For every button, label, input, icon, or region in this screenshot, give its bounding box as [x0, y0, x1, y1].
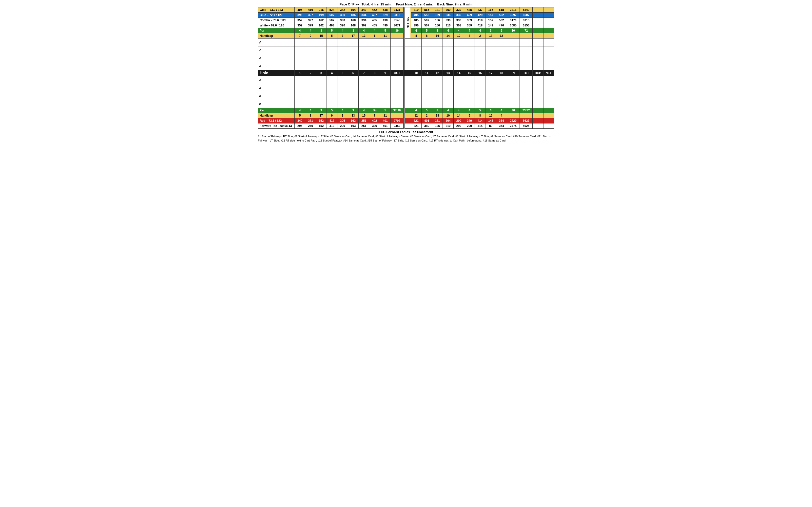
- handicap-ladies-row: Handicap 5 3 17 9 1 13 15 7 11 12 2 18 1…: [258, 113, 554, 118]
- player-row-4: #: [258, 62, 554, 70]
- gold-out: 3431: [390, 7, 403, 13]
- player-row-2: #: [258, 46, 554, 54]
- gold-h17: 165: [486, 7, 496, 13]
- player-row-8: #: [258, 100, 554, 108]
- player-2-name[interactable]: #: [258, 46, 295, 54]
- pace-of-play: Pace Of Play Total: 4 hrs. 15 min. Front…: [258, 2, 554, 6]
- player-5-name[interactable]: #: [258, 76, 295, 84]
- player-row-7: #: [258, 92, 554, 100]
- gold-h2: 416: [305, 7, 316, 13]
- gold-h5: 342: [337, 7, 348, 13]
- gold-hcp: [533, 7, 543, 13]
- gold-h3: 216: [316, 7, 326, 13]
- gold-h12: 181: [432, 7, 443, 13]
- tee-row-gold: Gold – 73.3 / 133 406 416 216 524 342 19…: [258, 7, 554, 13]
- tee-red-label: Red – 73.1 / 122: [258, 118, 295, 123]
- player-8-name[interactable]: #: [258, 100, 295, 108]
- player-3-name[interactable]: #: [258, 54, 295, 62]
- hole-header-row: Hole 1 2 3 4 5 6 7 8 9 OUT 10 11 12 13 1…: [258, 70, 554, 76]
- gold-h9: 538: [380, 7, 390, 13]
- handicap-ladies-label: Handicap: [258, 113, 295, 118]
- fcc-title: FCC Forward Ladies Tee Placement: [258, 130, 554, 134]
- initial-col: INITIAL: [405, 7, 411, 39]
- tee-forward-label: Forward Tee – 69.0/113: [258, 123, 295, 129]
- player-row-6: #: [258, 84, 554, 92]
- player-4-name[interactable]: #: [258, 62, 295, 70]
- player-7-name[interactable]: #: [258, 92, 295, 100]
- scorecard: Pace Of Play Total: 4 hrs. 15 min. Front…: [258, 2, 554, 143]
- hole-label: Hole: [258, 70, 295, 76]
- gold-tot: 6849: [520, 7, 533, 13]
- gold-h14: 339: [453, 7, 464, 13]
- gold-h13: 369: [443, 7, 453, 13]
- scorecard-table: Gold – 73.3 / 133 406 416 216 524 342 19…: [258, 7, 554, 129]
- gold-h16: 437: [475, 7, 486, 13]
- gold-h6: 194: [348, 7, 358, 13]
- tee-gold-label: Gold – 73.3 / 133: [258, 7, 295, 13]
- gold-h8: 452: [369, 7, 380, 13]
- gold-net: [543, 7, 554, 13]
- par-label: Par: [258, 28, 295, 33]
- gold-h1: 406: [295, 7, 305, 13]
- tee-row-red: Red – 73.1 / 122 340 371 152 413 305 163…: [258, 118, 554, 123]
- player-row-3: #: [258, 54, 554, 62]
- gold-in: 3418: [507, 7, 519, 13]
- gold-h18: 518: [496, 7, 507, 13]
- gold-h11: 565: [421, 7, 432, 13]
- gold-h10: 419: [411, 7, 421, 13]
- tee-row-forward: Forward Tee – 69.0/113 296 240 152 413 2…: [258, 123, 554, 129]
- player-6-name[interactable]: #: [258, 84, 295, 92]
- tee-combo-label: Combo – 70.6 / 128: [258, 18, 295, 23]
- gold-h4: 524: [326, 7, 337, 13]
- tee-white-label: White – 69.6 / 126: [258, 23, 295, 28]
- gold-h15: 425: [464, 7, 475, 13]
- player-1-name[interactable]: #: [258, 39, 295, 46]
- par-ladies-label: Par: [258, 108, 295, 113]
- gold-h7: 343: [359, 7, 369, 13]
- tee-blue-label: Blue – 72.1 / 129: [258, 13, 295, 18]
- player-row-1: #: [258, 39, 554, 46]
- player-row-5: #: [258, 76, 554, 84]
- fcc-notes: #1 Start of Fairway - RT Side, #2 Start …: [258, 134, 554, 143]
- handicap-label: Handicap: [258, 33, 295, 39]
- par-ladies-row: Par 4 4 3 5 4 3 4 5/4 5 37/36 4 5 3 4 4 …: [258, 108, 554, 113]
